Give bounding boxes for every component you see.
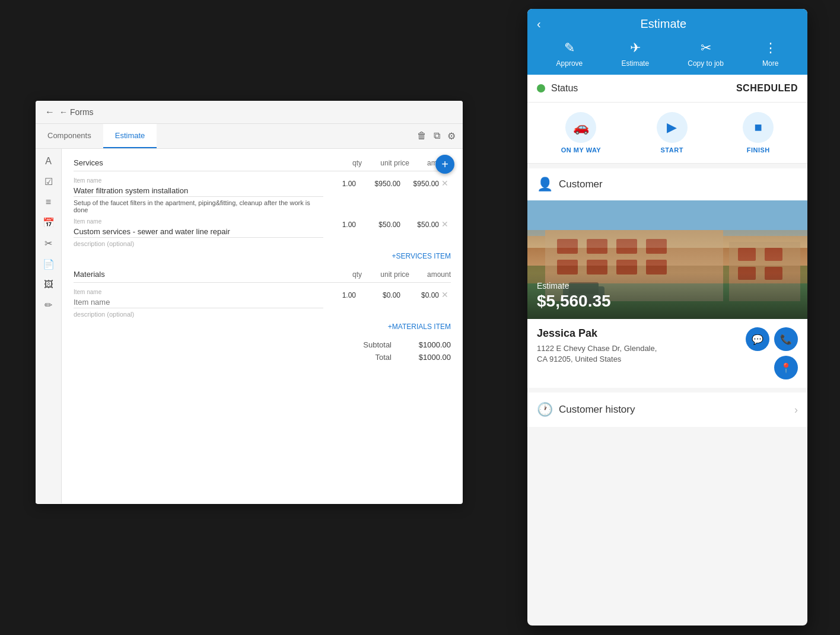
more-action[interactable]: ⋮ More bbox=[762, 40, 778, 68]
back-arrow-icon[interactable]: ← bbox=[45, 107, 55, 117]
svg-rect-13 bbox=[765, 248, 782, 261]
materials-title: Materials bbox=[74, 270, 326, 279]
services-section-header: Services qty unit price amount bbox=[74, 158, 451, 171]
total-label: Total bbox=[376, 353, 392, 362]
mobile-panel: ‹ Estimate ✎ Approve ✈ Estimate ✂ Copy t… bbox=[527, 9, 807, 626]
service-item-2-desc: description (optional) bbox=[74, 240, 323, 247]
svg-rect-6 bbox=[646, 239, 667, 254]
service-item-2: Item name description (optional) 1.00 $5… bbox=[74, 218, 451, 247]
delete-icon[interactable]: 🗑 bbox=[417, 130, 427, 142]
customer-name: Jessica Pak bbox=[537, 327, 657, 340]
customer-info: Jessica Pak 1122 E Chevy Chase Dr, Glend… bbox=[527, 319, 807, 388]
svg-rect-4 bbox=[587, 239, 607, 254]
more-label: More bbox=[762, 59, 778, 68]
contact-icons-top-row: 💬 📞 bbox=[746, 327, 798, 351]
form-body: + Services qty unit price amount Item na… bbox=[62, 149, 463, 503]
desktop-header: ← ← Forms bbox=[36, 101, 463, 124]
material-item-1: Item name description (optional) 1.00 $0… bbox=[74, 289, 451, 318]
customer-history-left: 🕐 Customer history bbox=[537, 402, 635, 417]
col-unit-price-label: unit price bbox=[362, 159, 409, 167]
total-value: $1000.00 bbox=[403, 353, 451, 362]
service-item-2-main: Item name description (optional) bbox=[74, 218, 323, 247]
desktop-tabs: Components Estimate 🗑 ⧉ ⚙ bbox=[36, 124, 463, 149]
mobile-actions-row: ✎ Approve ✈ Estimate ✂ Copy to job ⋮ Mor… bbox=[537, 40, 798, 75]
chat-button[interactable]: 💬 bbox=[746, 327, 769, 351]
service-item-2-unit-price: $50.00 bbox=[356, 218, 400, 229]
estimate-overlay-amount: $5,560.35 bbox=[537, 292, 798, 311]
finish-icon: ■ bbox=[743, 112, 774, 143]
materials-section-header: Materials qty unit price amount bbox=[74, 270, 451, 283]
service-item-2-qty: 1.00 bbox=[323, 218, 356, 229]
more-icon: ⋮ bbox=[764, 40, 777, 56]
copy-to-job-action[interactable]: ✂ Copy to job bbox=[688, 40, 724, 68]
estimate-icon: ✈ bbox=[630, 40, 641, 56]
approve-icon: ✎ bbox=[564, 40, 575, 56]
forms-breadcrumb: ← Forms bbox=[59, 107, 94, 117]
customer-section: 👤 Customer bbox=[527, 168, 807, 388]
start-label: START bbox=[661, 146, 683, 154]
approve-action[interactable]: ✎ Approve bbox=[556, 40, 583, 68]
material-item-1-amount: $0.00 bbox=[400, 289, 439, 299]
material-item-1-remove[interactable]: ✕ bbox=[439, 289, 451, 299]
start-icon: ▶ bbox=[657, 112, 688, 143]
customer-header: 👤 Customer bbox=[527, 168, 807, 200]
contact-icons-bottom-row: 📍 bbox=[774, 356, 798, 379]
total-row: Total $1000.00 bbox=[74, 353, 451, 362]
settings-icon[interactable]: ⚙ bbox=[447, 130, 456, 142]
phone-button[interactable]: 📞 bbox=[774, 327, 798, 351]
copy-icon[interactable]: ⧉ bbox=[434, 130, 440, 142]
text-icon[interactable]: A bbox=[45, 156, 52, 167]
services-title: Services bbox=[74, 158, 326, 167]
on-my-way-label: ON MY WAY bbox=[561, 146, 601, 154]
service-item-1-desc: Setup of the faucet filters in the apart… bbox=[74, 199, 323, 213]
status-bar: Status SCHEDULED bbox=[527, 75, 807, 103]
mat-col-amount-label: amount bbox=[409, 270, 451, 279]
tab-icons: 🗑 ⧉ ⚙ bbox=[417, 130, 463, 142]
scissors-icon[interactable]: ✂ bbox=[44, 238, 52, 249]
tab-components[interactable]: Components bbox=[36, 124, 103, 148]
service-item-1-unit-price: $950.00 bbox=[356, 177, 400, 188]
copy-to-job-icon: ✂ bbox=[701, 40, 711, 56]
customer-history-label: Customer history bbox=[559, 404, 635, 416]
subtotal-value: $1000.00 bbox=[403, 340, 451, 349]
customer-history-chevron: › bbox=[794, 404, 798, 416]
pen-icon[interactable]: ✏ bbox=[44, 299, 52, 311]
customer-contact-icons: 💬 📞 📍 bbox=[746, 327, 798, 379]
totals-section: Subtotal $1000.00 Total $1000.00 bbox=[74, 340, 451, 362]
finish-button[interactable]: ■ FINISH bbox=[743, 112, 774, 154]
copy-to-job-label: Copy to job bbox=[688, 59, 724, 68]
estimate-label: Estimate bbox=[621, 59, 649, 68]
checkbox-icon[interactable]: ☑ bbox=[44, 176, 53, 187]
service-item-2-name-input[interactable] bbox=[74, 227, 323, 238]
item-name-label-2: Item name bbox=[74, 218, 323, 225]
list-icon[interactable]: ≡ bbox=[46, 197, 51, 208]
add-services-item-button[interactable]: +SERVICES ITEM bbox=[74, 252, 451, 260]
image-icon[interactable]: 🖼 bbox=[44, 279, 53, 290]
subtotal-label: Subtotal bbox=[363, 340, 392, 349]
material-item-1-name-input[interactable] bbox=[74, 298, 323, 308]
service-item-1-qty: 1.00 bbox=[323, 177, 356, 188]
add-fab-button[interactable]: + bbox=[435, 155, 454, 174]
tab-estimate[interactable]: Estimate bbox=[103, 124, 157, 148]
mat-col-unit-price-label: unit price bbox=[362, 270, 409, 279]
phone-icon: 📞 bbox=[780, 334, 792, 345]
item-name-label-1: Item name bbox=[74, 177, 323, 184]
customer-history-row[interactable]: 🕐 Customer history › bbox=[527, 393, 807, 427]
location-button[interactable]: 📍 bbox=[774, 356, 798, 379]
service-item-2-remove[interactable]: ✕ bbox=[439, 218, 451, 229]
calendar-icon[interactable]: 📅 bbox=[43, 217, 55, 228]
document-icon[interactable]: 📄 bbox=[43, 259, 55, 270]
service-item-1-name-input[interactable] bbox=[74, 186, 323, 197]
on-my-way-icon: 🚗 bbox=[565, 112, 596, 143]
subtotal-row: Subtotal $1000.00 bbox=[74, 340, 451, 349]
add-materials-item-button[interactable]: +MATERIALS ITEM bbox=[74, 323, 451, 331]
on-my-way-button[interactable]: 🚗 ON MY WAY bbox=[561, 112, 601, 154]
start-button[interactable]: ▶ START bbox=[657, 112, 688, 154]
service-item-1-main: Item name Setup of the faucet filters in… bbox=[74, 177, 323, 213]
estimate-action[interactable]: ✈ Estimate bbox=[621, 40, 649, 68]
location-icon: 📍 bbox=[780, 362, 792, 374]
service-item-1-remove[interactable]: ✕ bbox=[439, 177, 451, 188]
mobile-back-button[interactable]: ‹ bbox=[537, 17, 541, 31]
desktop-panel: ← ← Forms Components Estimate 🗑 ⧉ ⚙ A ☑ … bbox=[36, 101, 463, 504]
customer-section-title: Customer bbox=[559, 178, 603, 190]
